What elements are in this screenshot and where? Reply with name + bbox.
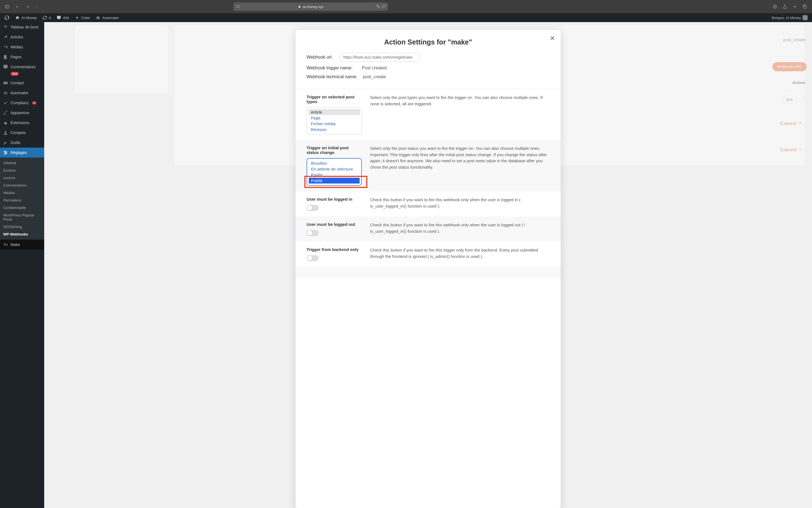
avatar [803, 15, 808, 20]
svg-point-20 [5, 131, 6, 133]
svg-point-15 [5, 27, 6, 28]
setting-status-change: Trigger on initial post status change Br… [295, 140, 561, 191]
option-publie[interactable]: Publié [309, 178, 360, 183]
sidebar-toggle-icon[interactable] [3, 3, 11, 10]
create-label: Créer [81, 16, 90, 20]
make-icon [3, 242, 8, 247]
comments-link[interactable]: 434 [54, 13, 71, 22]
sidebar-item-dashboard[interactable]: Tableau de bord [0, 22, 44, 32]
status-change-desc: Select only the post status you want to … [370, 145, 550, 186]
reload-icon[interactable] [382, 4, 386, 9]
settings-submenu: Général Écriture Lecture Commentaires Mé… [0, 158, 44, 240]
sidebar-item-appearance[interactable]: Apparence [0, 108, 44, 118]
status-change-select[interactable]: Brouillon En attente de relecture Privée… [306, 158, 362, 186]
sidebar-item-accounts[interactable]: Comptes [0, 128, 44, 138]
submenu-privacy[interactable]: Confidentialité [0, 204, 44, 211]
pin-icon [3, 34, 8, 40]
sidebar-item-make[interactable]: Make [0, 240, 44, 250]
backend-toggle[interactable] [306, 255, 319, 261]
setting-post-types: Trigger on selected post types Article P… [295, 89, 561, 140]
share-icon[interactable] [781, 3, 789, 10]
home-icon [15, 15, 20, 20]
sidebar-item-comments[interactable]: Commentaires 434 [0, 62, 44, 78]
tabs-icon[interactable] [801, 3, 809, 10]
wrench-icon [3, 140, 8, 145]
submenu-permalinks[interactable]: Permaliens [0, 197, 44, 204]
logged-out-toggle[interactable] [306, 230, 319, 236]
greeting-link[interactable]: Bonjour, AI Money [769, 13, 810, 22]
sidebar-item-tools[interactable]: Outils [0, 138, 44, 147]
option-privee[interactable]: Privée [309, 172, 360, 178]
sidebar-item-contact[interactable]: Contact [0, 78, 44, 88]
downloads-icon[interactable] [771, 3, 779, 10]
automator-link[interactable]: Automator [93, 13, 121, 22]
backend-title: Trigger from backend only [306, 247, 362, 252]
chevron-down-icon[interactable] [13, 3, 21, 10]
media-icon [3, 44, 8, 50]
complianz-badge: 2 [32, 101, 37, 104]
translate-icon[interactable] [376, 4, 380, 9]
modal-title: Action Settings for "make" [306, 38, 550, 46]
post-types-select[interactable]: Article Page Fichier média Révision [306, 107, 362, 134]
webhook-url-input[interactable] [340, 53, 420, 61]
logged-in-toggle[interactable] [306, 205, 319, 211]
sidebar-item-extensions[interactable]: Extensions [0, 118, 44, 128]
close-button[interactable] [549, 35, 556, 41]
submenu-wpp[interactable]: WordPress Popular Posts [0, 211, 44, 223]
option-revision[interactable]: Révision [308, 127, 360, 132]
action-settings-modal: Action Settings for "make" Webhook url: … [295, 30, 561, 508]
comment-icon [56, 15, 61, 20]
sidebar-item-pages[interactable]: Pages [0, 52, 44, 62]
page-icon [3, 54, 8, 60]
wp-logo[interactable] [2, 13, 12, 22]
option-page[interactable]: Page [308, 115, 360, 121]
svg-point-19 [6, 93, 7, 93]
submenu-general[interactable]: Général [0, 159, 44, 167]
sidebar-item-automator[interactable]: Automator [0, 88, 44, 98]
setting-logged-out: User must be logged out Check this butto… [295, 216, 561, 242]
site-name: AI Money [21, 16, 37, 20]
address-bar[interactable]: ai-money.xyz [233, 2, 388, 11]
option-relecture[interactable]: En attente de relecture [309, 166, 360, 172]
submenu-media[interactable]: Médias [0, 189, 44, 197]
submenu-reading[interactable]: Lecture [0, 174, 44, 181]
sidebar-item-complianz[interactable]: Complianz 2 [0, 98, 44, 108]
submenu-discussion[interactable]: Commentaires [0, 181, 44, 189]
svg-point-25 [6, 152, 7, 153]
setting-backend: Trigger from backend only Check this but… [295, 242, 561, 267]
new-tab-icon[interactable] [791, 3, 799, 10]
submenu-writing[interactable]: Écriture [0, 167, 44, 174]
automator-label: Automator [102, 16, 119, 20]
updates-link[interactable]: 4 [40, 13, 53, 22]
technical-name-value: post_create [363, 74, 386, 79]
technical-name-label: Webhook technical name: [306, 74, 357, 79]
url-text: ai-money.xyz [303, 5, 324, 9]
submenu-seowriting[interactable]: SEOWriting [0, 223, 44, 230]
forward-icon [33, 3, 41, 10]
robot-icon [3, 90, 8, 96]
create-link[interactable]: Créer [73, 13, 93, 22]
sidebar-item-articles[interactable]: Articles [0, 32, 44, 42]
mail-icon [3, 80, 8, 86]
svg-point-18 [5, 93, 5, 93]
user-icon [3, 130, 8, 135]
sidebar-item-medias[interactable]: Médias [0, 42, 44, 52]
site-name-link[interactable]: AI Money [13, 13, 39, 22]
submenu-wpwebhooks[interactable]: WP Webhooks [0, 230, 44, 238]
logged-in-desc: Check this button if you want to fire th… [370, 197, 550, 211]
reader-icon [236, 4, 240, 9]
wp-adminbar: AI Money 4 434 Créer Automator Bonjour, … [0, 13, 812, 22]
trigger-name-label: Webhook trigger name: [306, 66, 356, 71]
plug-icon [3, 120, 8, 125]
logged-out-desc: Check this button if you want to fire th… [370, 222, 550, 236]
sidebar-item-settings[interactable]: Réglages [0, 147, 44, 158]
option-media[interactable]: Fichier média [308, 121, 360, 127]
trigger-name-value: Post created [362, 66, 387, 71]
setting-logged-in: User must be logged in Check this button… [295, 191, 561, 216]
back-icon[interactable] [24, 3, 32, 10]
brush-icon [3, 110, 8, 116]
option-brouillon[interactable]: Brouillon [309, 160, 360, 166]
comments-count: 434 [63, 16, 69, 20]
option-article[interactable]: Article [308, 109, 360, 115]
dashboard-icon [3, 24, 8, 30]
